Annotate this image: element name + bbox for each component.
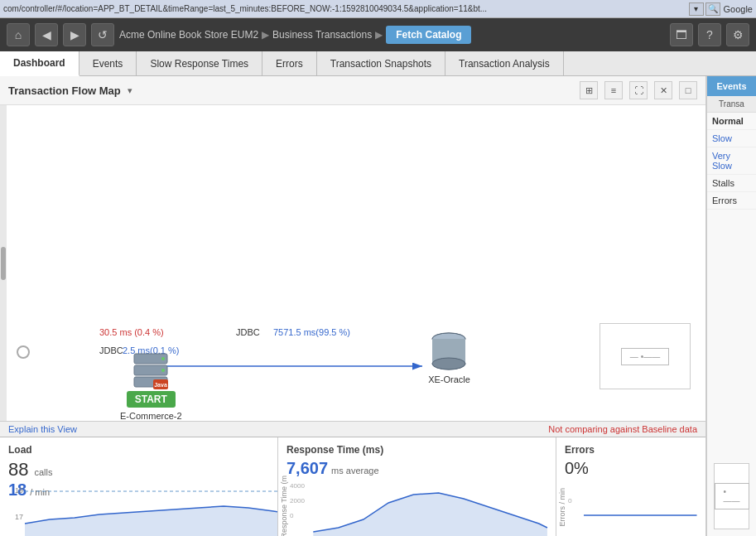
- load-calls-unit: calls: [34, 467, 52, 477]
- svg-point-5: [161, 357, 165, 360]
- svg-text:17: 17: [15, 513, 23, 521]
- right-item-normal[interactable]: Normal: [707, 113, 756, 130]
- database-icon: [426, 329, 472, 374]
- errors-y-label: Errors / min: [558, 488, 566, 527]
- breadcrumb-arrow-1: ▶: [262, 29, 269, 41]
- errors-title: Errors: [565, 444, 595, 456]
- tab-events[interactable]: Events: [79, 51, 137, 75]
- settings-button[interactable]: ⚙: [726, 23, 749, 46]
- bottom-stats-area: Load 88 calls 18 / min 19 17: [0, 437, 705, 536]
- forward-button[interactable]: ▶: [63, 23, 86, 46]
- help-button[interactable]: ?: [698, 23, 721, 46]
- ecommerce-label: E-Commerce-2: [120, 411, 182, 421]
- errors-value: 0%: [565, 459, 589, 478]
- explain-view-link[interactable]: Explain this View: [8, 424, 77, 434]
- right-item-stalls[interactable]: Stalls: [707, 175, 756, 192]
- scroll-thumb: [1, 247, 6, 280]
- breadcrumb-app[interactable]: Acme Online Book Store EUM2: [119, 29, 258, 41]
- svg-text:0: 0: [290, 512, 294, 519]
- flow-map-list-icon[interactable]: ≡: [604, 81, 623, 99]
- refresh-button[interactable]: ↺: [91, 23, 114, 46]
- right-section-title: Transa: [707, 96, 756, 113]
- baseline-status: Not comparing against Baseline data: [548, 424, 697, 434]
- right-item-slow[interactable]: Slow: [707, 130, 756, 147]
- mini-preview-box: — •——: [600, 323, 691, 389]
- back-button[interactable]: ◀: [35, 23, 58, 46]
- load-chart: 19 17: [0, 478, 278, 536]
- tab-errors[interactable]: Errors: [262, 51, 317, 75]
- errors-chart: 0: [566, 478, 705, 536]
- main-area: Transaction Flow Map ▾ ⊞ ≡ ⛶ ✕ □ 30.5 ms…: [0, 76, 756, 536]
- tab-dashboard[interactable]: Dashboard: [0, 51, 79, 76]
- right-item-very-slow[interactable]: Very Slow: [707, 147, 756, 175]
- response-y-label: Response Time (m: [280, 476, 288, 536]
- mini-preview-inner: — •——: [621, 348, 669, 365]
- tab-transaction-analysis[interactable]: Transaction Analysis: [445, 51, 564, 75]
- minimize-button[interactable]: 🗖: [670, 23, 693, 46]
- oracle-label: XE-Oracle: [428, 374, 470, 384]
- scroll-indicator[interactable]: [0, 105, 7, 421]
- tab-bar: Dashboard Events Slow Response Times Err…: [0, 51, 756, 76]
- flow-map-window-icon[interactable]: □: [679, 81, 697, 99]
- tab-transaction-snapshots[interactable]: Transaction Snapshots: [317, 51, 445, 75]
- start-circle: [17, 345, 30, 359]
- status-bar: Explain this View Not comparing against …: [0, 421, 705, 437]
- flow-map-expand-icon[interactable]: ⛶: [629, 81, 648, 99]
- flow-map-header: Transaction Flow Map ▾ ⊞ ≡ ⛶ ✕ □: [0, 76, 705, 105]
- tab-slow-response-times[interactable]: Slow Response Times: [137, 51, 262, 75]
- svg-text:Java: Java: [154, 382, 167, 388]
- browser-dropdown-btn[interactable]: ▾: [689, 2, 704, 16]
- right-panel: Events Transa Normal Slow Very Slow Stal…: [706, 76, 756, 536]
- response-unit: ms average: [331, 466, 378, 476]
- url-bar: com/controller/#/location=APP_BT_DETAIL&…: [0, 0, 756, 18]
- url-text: com/controller/#/location=APP_BT_DETAIL&…: [3, 4, 687, 13]
- response-chart: 4000 2000 0: [288, 478, 556, 536]
- flow-map-grid-icon[interactable]: ⊞: [580, 81, 598, 99]
- flow-map-refresh-icon[interactable]: ✕: [654, 81, 672, 99]
- search-engine-label: Google: [724, 4, 753, 14]
- load-title: Load: [8, 444, 32, 456]
- browser-search-icon: 🔍: [705, 2, 720, 16]
- response-value: 7,607: [287, 459, 328, 478]
- right-panel-header: Events: [707, 76, 756, 96]
- flow-map-canvas: 30.5 ms (0.4 %) JDBC 7571.5 ms(99.5 %) J…: [0, 105, 705, 421]
- svg-text:19: 19: [15, 486, 23, 495]
- breadcrumb: Acme Online Book Store EUM2 ▶ Business T…: [119, 26, 471, 44]
- flow-map-title: Transaction Flow Map: [8, 85, 121, 97]
- top-nav: ⌂ ◀ ▶ ↺ Acme Online Book Store EUM2 ▶ Bu…: [0, 18, 756, 51]
- ecommerce-node[interactable]: Java START E-Commerce-2: [120, 350, 182, 421]
- flow-map-dropdown-btn[interactable]: ▾: [128, 85, 132, 96]
- response-title: Response Time (ms): [287, 444, 383, 456]
- oracle-node[interactable]: XE-Oracle: [426, 329, 472, 384]
- right-item-errors[interactable]: Errors: [707, 192, 756, 210]
- breadcrumb-arrow-2: ▶: [375, 29, 383, 41]
- svg-text:0: 0: [568, 497, 572, 505]
- svg-point-16: [432, 358, 465, 369]
- breadcrumb-current: Fetch Catalog: [386, 26, 471, 44]
- left-panel: Transaction Flow Map ▾ ⊞ ≡ ⛶ ✕ □ 30.5 ms…: [0, 76, 706, 536]
- breadcrumb-section[interactable]: Business Transactions: [272, 29, 372, 41]
- svg-text:4000: 4000: [290, 482, 305, 490]
- start-button[interactable]: START: [127, 391, 176, 408]
- server-icon: Java: [130, 350, 171, 391]
- home-button[interactable]: ⌂: [7, 23, 30, 46]
- svg-point-6: [161, 369, 165, 372]
- load-panel: Load 88 calls 18 / min 19 17: [0, 437, 278, 536]
- svg-text:2000: 2000: [290, 497, 305, 505]
- right-mini-box-inner: •——: [715, 483, 749, 509]
- errors-panel: Errors 0% Errors / min 0: [556, 437, 705, 536]
- response-time-panel: Response Time (ms) 7,607 ms average Resp…: [278, 437, 556, 536]
- right-mini-box: •——: [714, 463, 749, 529]
